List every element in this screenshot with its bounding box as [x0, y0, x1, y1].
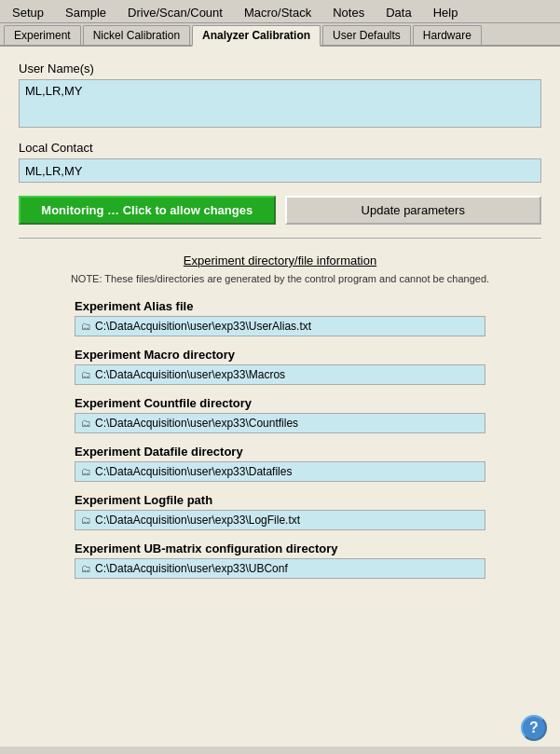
dir-field-value-2: 🗂C:\DataAcquisition\user\exp33\Countfile… — [75, 413, 485, 433]
dir-section-note: NOTE: These files/directories are genera… — [19, 273, 541, 284]
dir-section-title: Experiment directory/file information — [19, 254, 541, 267]
dir-field-text-1: C:\DataAcquisition\user\exp33\Macros — [95, 368, 285, 381]
update-parameters-button[interactable]: Update parameters — [285, 196, 542, 225]
help-button[interactable]: ? — [521, 715, 547, 741]
dir-field-icon-3: 🗂 — [81, 466, 91, 477]
tab-user-defaults[interactable]: User Defaults — [322, 25, 411, 45]
dir-field-text-2: C:\DataAcquisition\user\exp33\Countfiles — [95, 417, 298, 430]
dir-field-text-0: C:\DataAcquisition\user\exp33\UserAlias.… — [95, 320, 311, 333]
main-content: User Name(s) Local Contact Monitoring … … — [0, 47, 560, 747]
dir-field-label-1: Experiment Macro directory — [75, 348, 541, 362]
dir-field-text-5: C:\DataAcquisition\user\exp33\UBConf — [95, 562, 288, 575]
tab-bar: Experiment Nickel Calibration Analyzer C… — [0, 23, 560, 47]
dir-field-label-0: Experiment Alias file — [75, 299, 541, 313]
action-buttons: Monitoring … Click to allow changes Upda… — [19, 196, 541, 225]
monitoring-button[interactable]: Monitoring … Click to allow changes — [19, 196, 276, 225]
dir-field-value-5: 🗂C:\DataAcquisition\user\exp33\UBConf — [75, 558, 485, 579]
dir-field-4: Experiment Logfile path🗂C:\DataAcquisiti… — [19, 493, 541, 530]
dir-field-value-0: 🗂C:\DataAcquisition\user\exp33\UserAlias… — [75, 316, 485, 336]
dir-field-icon-2: 🗂 — [81, 418, 91, 429]
tab-experiment[interactable]: Experiment — [4, 25, 81, 45]
dir-field-icon-1: 🗂 — [81, 369, 91, 380]
dir-field-icon-4: 🗂 — [81, 514, 91, 526]
tab-nickel-calibration[interactable]: Nickel Calibration — [83, 25, 190, 45]
local-contact-label: Local Contact — [19, 141, 541, 155]
dir-field-text-4: C:\DataAcquisition\user\exp33\LogFile.tx… — [95, 514, 300, 527]
menu-sample[interactable]: Sample — [55, 2, 116, 22]
tab-hardware[interactable]: Hardware — [413, 25, 482, 45]
tab-analyzer-calibration[interactable]: Analyzer Calibration — [192, 25, 321, 47]
menu-bar: Setup Sample Drive/Scan/Count Macro/Stac… — [0, 0, 560, 23]
dir-field-1: Experiment Macro directory🗂C:\DataAcquis… — [19, 348, 541, 385]
dir-field-value-1: 🗂C:\DataAcquisition\user\exp33\Macros — [75, 364, 485, 385]
directory-section: Experiment directory/file information NO… — [19, 254, 541, 579]
dir-field-value-3: 🗂C:\DataAcquisition\user\exp33\Datafiles — [75, 461, 485, 482]
user-names-group: User Name(s) — [19, 62, 541, 128]
dir-field-0: Experiment Alias file🗂C:\DataAcquisition… — [19, 299, 541, 336]
dir-field-text-3: C:\DataAcquisition\user\exp33\Datafiles — [95, 465, 292, 478]
local-contact-group: Local Contact — [19, 141, 541, 183]
menu-help[interactable]: Help — [423, 2, 469, 22]
dir-field-3: Experiment Datafile directory🗂C:\DataAcq… — [19, 445, 541, 482]
menu-setup[interactable]: Setup — [2, 2, 54, 22]
dir-field-icon-5: 🗂 — [81, 563, 91, 574]
dir-field-label-4: Experiment Logfile path — [75, 493, 541, 507]
menu-data[interactable]: Data — [376, 2, 421, 22]
menu-macro-stack[interactable]: Macro/Stack — [234, 2, 321, 22]
dir-field-value-4: 🗂C:\DataAcquisition\user\exp33\LogFile.t… — [75, 510, 485, 530]
dir-field-label-2: Experiment Countfile directory — [75, 396, 541, 410]
user-names-label: User Name(s) — [19, 62, 541, 75]
dir-fields-container: Experiment Alias file🗂C:\DataAcquisition… — [19, 299, 541, 579]
local-contact-input[interactable] — [19, 158, 541, 183]
user-names-input[interactable] — [19, 79, 541, 128]
divider — [19, 238, 541, 239]
dir-field-label-5: Experiment UB-matrix configuration direc… — [75, 542, 541, 555]
dir-field-icon-0: 🗂 — [81, 321, 91, 332]
menu-drive-scan-count[interactable]: Drive/Scan/Count — [117, 2, 233, 22]
dir-field-2: Experiment Countfile directory🗂C:\DataAc… — [19, 396, 541, 433]
dir-field-5: Experiment UB-matrix configuration direc… — [19, 542, 541, 579]
menu-notes[interactable]: Notes — [322, 2, 375, 22]
dir-field-label-3: Experiment Datafile directory — [75, 445, 541, 459]
